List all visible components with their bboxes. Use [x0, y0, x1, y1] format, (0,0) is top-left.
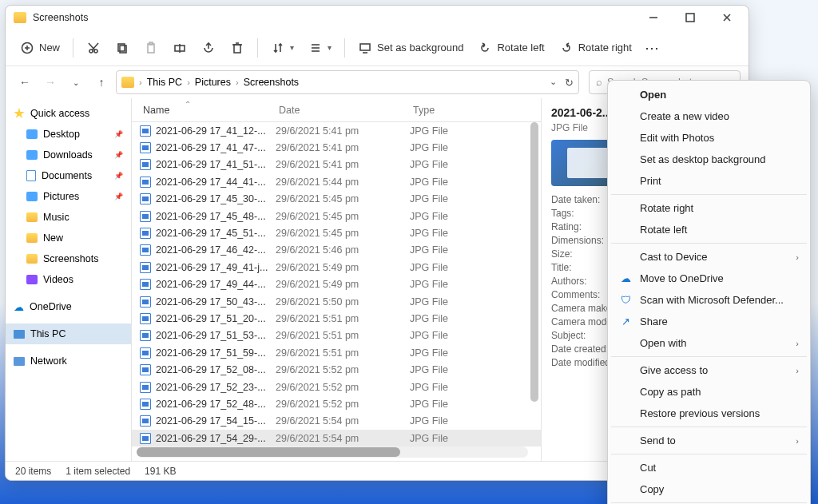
file-row[interactable]: 2021-06-29 17_51_59-...29/6/2021 5:51 pm…	[132, 344, 541, 361]
context-menu-item[interactable]: Open with›	[608, 332, 810, 354]
context-menu-item[interactable]: Edit with Photos	[608, 127, 810, 149]
file-date: 29/6/2021 5:45 pm	[268, 211, 402, 222]
sidebar-item[interactable]: Documents📌	[6, 165, 131, 186]
file-row[interactable]: 2021-06-29 17_52_48-...29/6/2021 5:52 pm…	[132, 395, 541, 412]
vertical-scrollbar[interactable]	[530, 122, 539, 458]
context-menu-item[interactable]: Rotate right	[608, 197, 810, 219]
file-row[interactable]: 2021-06-29 17_46_42-...29/6/2021 5:46 pm…	[132, 242, 541, 259]
context-menu-item[interactable]: Copy	[608, 478, 810, 500]
breadcrumb-item[interactable]: This PC	[147, 77, 182, 88]
sidebar-item-label: Pictures	[43, 191, 79, 202]
scrollbar-thumb[interactable]	[530, 122, 538, 402]
minimize-button[interactable]	[635, 6, 672, 30]
chevron-right-icon: ›	[796, 436, 799, 446]
file-row[interactable]: 2021-06-29 17_44_41-...29/6/2021 5:44 pm…	[132, 173, 541, 190]
cloud-icon: ☁	[14, 301, 24, 313]
col-type[interactable]: Type	[405, 105, 501, 116]
context-menu-item[interactable]: Print	[608, 170, 810, 192]
context-menu-item[interactable]: Create a new video	[608, 105, 810, 127]
rotate-right-button[interactable]: Rotate right	[553, 36, 638, 60]
more-button[interactable]: ⋯	[640, 39, 665, 57]
file-row[interactable]: 2021-06-29 17_54_29-...29/6/2021 5:54 pm…	[132, 430, 541, 446]
chevron-down-icon[interactable]: ⌄	[550, 77, 557, 89]
sidebar-item[interactable]: Screenshots	[6, 248, 131, 269]
file-row[interactable]: 2021-06-29 17_50_43-...29/6/2021 5:50 pm…	[132, 293, 541, 310]
paste-icon	[144, 41, 158, 55]
recent-button[interactable]: ⌄	[65, 71, 87, 93]
set-background-button[interactable]: Set as background	[351, 36, 470, 60]
context-menu-item[interactable]: ↗Share	[608, 311, 810, 332]
rotate-left-button[interactable]: Rotate left	[471, 36, 550, 60]
file-row[interactable]: 2021-06-29 17_41_51-...29/6/2021 5:41 pm…	[132, 157, 541, 173]
col-name[interactable]: Name	[135, 105, 271, 116]
context-menu-item[interactable]: Cast to Device›	[608, 246, 810, 268]
context-menu-label: Share	[640, 315, 668, 327]
sidebar-item[interactable]: New	[6, 228, 131, 248]
address-bar[interactable]: › This PC › Pictures › Screenshots ⌄↻	[116, 70, 579, 94]
breadcrumb-item[interactable]: Pictures	[195, 77, 231, 88]
copy-button[interactable]	[109, 36, 136, 60]
sidebar-item[interactable]: Videos	[6, 269, 131, 290]
context-menu-item[interactable]: 🛡Scan with Microsoft Defender...	[608, 289, 810, 311]
file-date: 29/6/2021 5:54 pm	[268, 415, 402, 427]
horizontal-scrollbar[interactable]	[137, 446, 528, 458]
file-row[interactable]: 2021-06-29 17_45_48-...29/6/2021 5:45 pm…	[132, 208, 541, 224]
rename-button[interactable]	[166, 36, 193, 60]
col-date[interactable]: Date	[271, 105, 405, 116]
file-row[interactable]: 2021-06-29 17_52_23-...29/6/2021 5:52 pm…	[132, 379, 541, 395]
refresh-button[interactable]: ↻	[565, 77, 574, 89]
new-button[interactable]: New	[14, 36, 66, 60]
file-row[interactable]: 2021-06-29 17_49_44-...29/6/2021 5:49 pm…	[132, 276, 541, 293]
breadcrumb-item[interactable]: Screenshots	[244, 77, 299, 88]
paste-button[interactable]	[137, 36, 165, 60]
file-name: 2021-06-29 17_41_51-...	[156, 159, 266, 170]
file-row[interactable]: 2021-06-29 17_49_41-j...29/6/2021 5:49 p…	[132, 259, 541, 276]
separator	[611, 502, 807, 503]
file-row[interactable]: 2021-06-29 17_41_47-...29/6/2021 5:41 pm…	[132, 139, 541, 156]
trash-icon	[230, 41, 244, 55]
context-menu-item[interactable]: Open	[608, 84, 810, 105]
file-name: 2021-06-29 17_51_59-...	[156, 347, 266, 359]
file-row[interactable]: 2021-06-29 17_51_20-...29/6/2021 5:51 pm…	[132, 310, 541, 327]
share-button[interactable]	[195, 36, 222, 60]
file-row[interactable]: 2021-06-29 17_45_30-...29/6/2021 5:45 pm…	[132, 191, 541, 208]
context-menu-item[interactable]: Restore previous versions	[608, 403, 810, 424]
sidebar-item[interactable]: Desktop📌	[6, 124, 131, 145]
purple-icon	[26, 275, 38, 284]
sidebar-item[interactable]: Music	[6, 207, 131, 228]
file-row[interactable]: 2021-06-29 17_54_15-...29/6/2021 5:54 pm…	[132, 413, 541, 430]
file-name: 2021-06-29 17_54_29-...	[156, 433, 266, 444]
file-row[interactable]: 2021-06-29 17_52_08-...29/6/2021 5:52 pm…	[132, 361, 541, 378]
up-button[interactable]: ↑	[90, 71, 113, 93]
context-menu-item[interactable]: Copy as path	[608, 381, 810, 403]
sidebar-item[interactable]: Downloads📌	[6, 145, 131, 165]
file-type: JPG File	[402, 177, 498, 188]
sort-button[interactable]: ▾	[264, 36, 300, 60]
file-type: JPG File	[402, 125, 498, 137]
file-row[interactable]: 2021-06-29 17_51_53-...29/6/2021 5:51 pm…	[132, 327, 541, 344]
context-menu-item[interactable]: Rotate left	[608, 219, 810, 240]
context-menu-item[interactable]: ☁Move to OneDrive	[608, 268, 810, 289]
close-button[interactable]	[709, 6, 745, 30]
context-menu-item[interactable]: Give access to›	[608, 359, 810, 381]
file-row[interactable]: 2021-06-29 17_41_12-...29/6/2021 5:41 pm…	[132, 122, 541, 139]
titlebar: Screenshots	[6, 6, 749, 30]
forward-button[interactable]: →	[39, 71, 62, 93]
sidebar-network[interactable]: Network	[6, 351, 131, 371]
file-name: 2021-06-29 17_52_23-...	[156, 382, 266, 393]
file-name: 2021-06-29 17_52_48-...	[156, 399, 266, 410]
context-menu-item[interactable]: Send to›	[608, 430, 810, 451]
scrollbar-thumb[interactable]	[137, 447, 400, 457]
maximize-button[interactable]	[672, 6, 709, 30]
sidebar-quick-access[interactable]: Quick access	[6, 103, 131, 124]
delete-button[interactable]	[224, 36, 251, 60]
context-menu-item[interactable]: Cut	[608, 457, 810, 478]
file-row[interactable]: 2021-06-29 17_45_51-...29/6/2021 5:45 pm…	[132, 224, 541, 241]
back-button[interactable]: ←	[14, 71, 36, 93]
sidebar-this-pc[interactable]: This PC	[6, 323, 131, 344]
cut-button[interactable]	[80, 36, 107, 60]
context-menu-item[interactable]: Set as desktop background	[608, 149, 810, 170]
view-button[interactable]: ▾	[302, 36, 338, 60]
sidebar-onedrive[interactable]: ☁OneDrive	[6, 296, 131, 317]
sidebar-item[interactable]: Pictures📌	[6, 186, 131, 207]
